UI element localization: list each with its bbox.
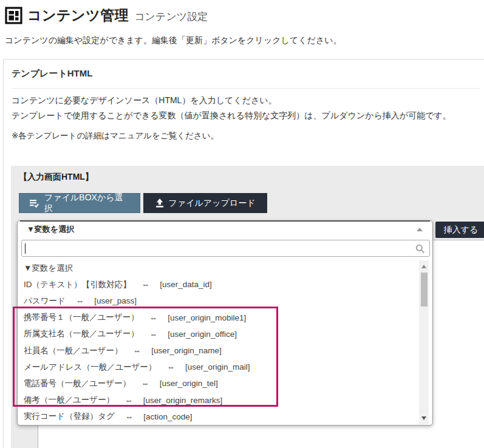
content-management-icon [5, 7, 22, 24]
variable-option-label: 社員名（一般／ユーザー） [24, 345, 123, 356]
variable-option-code: [user_origin_name] [151, 346, 222, 355]
variable-options-list: ▼変数を選択 ID（テキスト）【引数対応】 ⇔ [user_data_id] パ… [18, 260, 419, 425]
maps-to-arrow: ⇔ [141, 280, 150, 289]
variable-option-label: ID（テキスト）【引数対応】 [24, 279, 131, 290]
variable-option-label: 所属支社名（一般／ユーザー） [24, 328, 139, 339]
page-description: コンテンツの編集や設定ができます。編集後「更新」ボタンをクリックしてください。 [5, 35, 342, 46]
file-upload-label: ファイルアップロード [169, 198, 256, 209]
maps-to-arrow: ⇔ [149, 330, 158, 339]
variable-option-row[interactable]: ID（テキスト）【引数対応】 ⇔ [user_data_id] [18, 276, 419, 293]
maps-to-arrow: ⇔ [133, 346, 141, 355]
variable-option-code: [user_origin_remarks] [143, 396, 223, 405]
variable-search-box [21, 240, 430, 257]
search-icon [415, 244, 425, 256]
variable-option-label: パスワード [24, 296, 66, 307]
instruction-line-2: テンプレートで使用することができる変数（値が置換される特別な文字列）は、プルダウ… [12, 110, 451, 121]
variable-option-label: メールアドレス（一般／ユーザー） [24, 362, 157, 373]
variable-option-row[interactable]: 社員名（一般／ユーザー） ⇔ [user_origin_name] [18, 342, 419, 359]
variable-option-code: [action_code] [143, 412, 192, 421]
variable-option-row[interactable]: 所属支社名（一般／ユーザー） ⇔ [user_origin_office] [18, 326, 419, 342]
maps-to-arrow: ⇔ [167, 362, 176, 372]
maps-to-arrow: ⇔ [124, 396, 133, 405]
maps-to-arrow: ⇔ [125, 412, 134, 421]
scrollbar-thumb[interactable] [421, 273, 428, 307]
variable-option-code: [user_data_id] [160, 280, 212, 289]
dropdown-scrollbar[interactable] [419, 260, 429, 424]
scroll-up-icon[interactable] [421, 265, 426, 268]
variable-option-label: 実行コード（登録）タグ [24, 411, 115, 422]
maps-to-arrow: ⇔ [76, 296, 84, 305]
page-title: コンテンツ管理 [27, 6, 129, 25]
variable-option-label: 備考（一般／ユーザー） [24, 395, 114, 406]
variable-select-control[interactable]: ▼変数を選択 [18, 221, 432, 238]
template-html-card: テンプレートHTML コンテンツに必要なデザインソース（HTML）を入力してくだ… [3, 59, 484, 448]
filebox-select-label: ファイルBOXから選択 [44, 192, 130, 214]
text-cursor [25, 243, 26, 254]
page-header: コンテンツ管理 コンテンツ設定 [5, 5, 208, 25]
variable-option-row[interactable]: ▼変数を選択 [18, 260, 419, 276]
variable-option-code: [user_origin_mobile1] [168, 313, 246, 322]
variable-option-label: 電話番号（一般／ユーザー） [24, 378, 131, 389]
scroll-down-icon[interactable] [421, 416, 426, 420]
manual-note: ※各テンプレートの詳細はマニュアルをご覧ください。 [12, 131, 219, 141]
variable-search-input[interactable] [22, 240, 429, 256]
variable-option-label: 携帯番号１（一般／ユーザー） [24, 312, 139, 323]
variable-option-row[interactable]: 携帯番号１（一般／ユーザー） ⇔ [user_origin_mobile1] [18, 310, 419, 326]
input-html-panel: 【入力画面HTML】 ファイルBOXから選択 [11, 166, 484, 448]
file-buttons-row: ファイルBOXから選択 ファイルアップロード [19, 193, 267, 213]
list-check-icon [29, 199, 39, 208]
filebox-select-button[interactable]: ファイルBOXから選択 [19, 193, 140, 213]
variable-select-label: ▼変数を選択 [27, 224, 74, 235]
variable-option-row[interactable]: 実行コード（登録）タグ ⇔ [action_code] [18, 409, 419, 425]
instruction-line-1: コンテンツに必要なデザインソース（HTML）を入力してください。 [12, 95, 277, 106]
insert-button[interactable]: 挿入する [435, 222, 484, 238]
maps-to-arrow: ⇔ [141, 379, 149, 388]
variable-option-code: [user_pass] [94, 296, 137, 305]
upload-icon [155, 199, 164, 208]
variable-option-row[interactable]: 電話番号（一般／ユーザー） ⇔ [user_origin_tel] [18, 375, 419, 392]
maps-to-arrow: ⇔ [149, 313, 158, 322]
variable-option-code: [user_origin_tel] [160, 379, 218, 388]
chevron-up-icon [417, 228, 423, 231]
variable-option-row[interactable]: 備考（一般／ユーザー） ⇔ [user_origin_remarks] [18, 392, 419, 409]
page-subtitle: コンテンツ設定 [134, 7, 208, 24]
heading-divider [12, 88, 480, 89]
variable-option-row[interactable]: メールアドレス（一般／ユーザー） ⇔ [user_origin_mail] [18, 359, 419, 375]
variable-option-code: [user_origin_mail] [185, 362, 250, 372]
section-heading: テンプレートHTML [12, 68, 92, 80]
variable-option-label: ▼変数を選択 [24, 263, 73, 274]
content-settings-page: コンテンツ管理 コンテンツ設定 コンテンツの編集や設定ができます。編集後「更新」… [0, 0, 484, 448]
variable-option-code: [user_origin_office] [168, 330, 237, 339]
input-html-label: 【入力画面HTML】 [19, 172, 94, 183]
file-upload-button[interactable]: ファイルアップロード [143, 193, 267, 213]
variable-option-row[interactable]: パスワード ⇔ [user_pass] [18, 293, 419, 309]
variable-dropdown-panel: ▼変数を選択 ▼変数を選択 ID（テキスト）【引数対応】 [17, 220, 433, 426]
